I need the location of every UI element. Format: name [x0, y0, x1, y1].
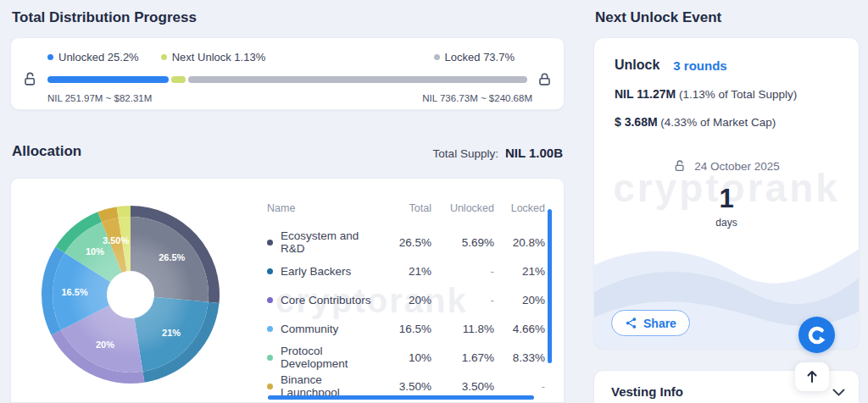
row-unlocked: 3.50%	[431, 380, 494, 393]
row-unlocked: 5.69%	[431, 236, 494, 249]
share-button[interactable]: Share	[611, 310, 690, 336]
arrow-up-icon	[806, 370, 818, 384]
nil-note: (1.13% of Total Supply)	[679, 88, 797, 101]
cryptorank-logo-icon	[807, 325, 827, 345]
legend-locked-label: Locked 73.7%	[445, 51, 515, 63]
progress-legend: Unlocked 25.2% Next Unlock 1.13% Locked …	[11, 38, 564, 63]
locked-dot-icon	[434, 54, 440, 60]
row-locked: 8.33%	[494, 351, 545, 364]
nil-amount: NIL 11.27M	[615, 87, 676, 101]
unlock-label: Unlock	[615, 58, 659, 73]
next-unlock-card: cryptorank Unlock 3 rounds NIL 11.27M (1…	[593, 37, 860, 349]
unlocked-dot-icon	[47, 54, 53, 60]
svg-text:16.5%: 16.5%	[61, 287, 87, 297]
row-name: Core Contributors	[281, 294, 371, 306]
share-nodes-icon	[625, 317, 637, 329]
allocation-table: Name Total Unlocked Locked Ecosystem and…	[267, 202, 545, 400]
row-name: Early Backers	[281, 265, 351, 278]
row-total: 20%	[379, 294, 431, 306]
progress-segment-locked	[188, 76, 527, 83]
row-name: Ecosystem and R&D	[281, 229, 379, 255]
category-dot-icon	[267, 355, 273, 361]
lock-closed-icon	[537, 71, 553, 87]
share-label: Share	[643, 317, 676, 330]
usd-amount: $ 3.68M	[615, 115, 658, 129]
allocation-donut-chart: 26.5%21%20%16.5%10%3.50%	[37, 202, 224, 388]
col-locked: Locked	[494, 202, 545, 214]
countdown-value: 1	[594, 184, 859, 214]
svg-text:3.50%: 3.50%	[103, 235, 129, 246]
countdown-unit: days	[594, 217, 859, 229]
row-locked: -	[494, 380, 545, 393]
row-unlocked: -	[431, 265, 494, 278]
row-total: 16.5%	[379, 323, 431, 335]
col-unlocked: Unlocked	[431, 202, 494, 214]
row-locked: 20%	[494, 294, 545, 306]
vesting-info-title: Vesting Info	[611, 384, 683, 399]
category-dot-icon	[267, 326, 273, 332]
table-row: Protocol Development 10% 1.67% 8.33%	[267, 343, 545, 372]
category-dot-icon	[267, 384, 273, 389]
scroll-to-top-button[interactable]	[795, 362, 829, 391]
usd-amount-row: $ 3.68M (4.33% of Market Cap)	[594, 101, 859, 129]
legend-unlocked-label: Unlocked 25.2%	[58, 51, 139, 63]
progress-segment-next-unlock	[171, 76, 186, 83]
row-total: 21%	[379, 265, 431, 278]
lock-open-icon	[673, 159, 687, 173]
chevron-down-icon[interactable]	[832, 389, 845, 396]
svg-text:10%: 10%	[86, 246, 104, 257]
table-row: Community 16.5% 11.8% 4.66%	[267, 314, 545, 343]
row-unlocked: -	[431, 294, 494, 306]
table-row: Early Backers 21% - 21%	[267, 257, 545, 285]
progress-bar-row	[11, 71, 564, 87]
table-vertical-scrollbar[interactable]	[548, 209, 552, 363]
allocation-header: Allocation Total Supply:NIL 1.00B	[12, 143, 563, 160]
legend-unlocked: Unlocked 25.2%	[47, 51, 139, 63]
svg-text:20%: 20%	[96, 340, 114, 350]
legend-locked: Locked 73.7%	[434, 51, 515, 63]
total-supply-value: NIL 1.00B	[505, 146, 563, 160]
row-total: 10%	[379, 351, 431, 364]
row-locked: 20.8%	[494, 236, 545, 249]
svg-text:21%: 21%	[162, 328, 181, 338]
right-column: Next Unlock Event cryptorank Unlock 3 ro…	[593, 0, 860, 403]
allocation-title: Allocation	[12, 143, 81, 160]
table-header-row: Name Total Unlocked Locked	[267, 202, 545, 228]
col-name: Name	[267, 202, 379, 214]
token-unlock-page: Total Distribution Progress Unlocked 25.…	[0, 0, 868, 403]
table-row: Ecosystem and R&D 26.5% 5.69% 20.8%	[267, 228, 545, 257]
usd-note: (4.33% of Market Cap)	[660, 116, 776, 129]
category-dot-icon	[267, 268, 273, 274]
total-supply: Total Supply:NIL 1.00B	[433, 146, 563, 160]
total-supply-label: Total Supply:	[433, 147, 498, 160]
distribution-title: Total Distribution Progress	[12, 9, 197, 26]
next-unlock-dot-icon	[161, 54, 167, 60]
unlock-rounds-row: Unlock 3 rounds	[594, 38, 859, 73]
next-unlock-title: Next Unlock Event	[595, 9, 721, 26]
lock-open-icon	[22, 71, 38, 87]
svg-text:26.5%: 26.5%	[159, 252, 185, 262]
progress-segment-unlocked	[47, 76, 169, 83]
row-unlocked: 1.67%	[431, 351, 494, 364]
nil-amount-row: NIL 11.27M (1.13% of Total Supply)	[594, 73, 859, 101]
legend-next-unlock: Next Unlock 1.13%	[161, 51, 266, 63]
rounds-link[interactable]: 3 rounds	[673, 58, 726, 73]
distribution-progress-bar	[47, 76, 527, 83]
left-column: Total Distribution Progress Unlocked 25.…	[10, 0, 565, 403]
category-dot-icon	[267, 297, 273, 303]
table-horizontal-scrollbar[interactable]	[268, 395, 534, 400]
cryptorank-logo-button[interactable]	[798, 317, 835, 353]
unlock-date: 24 October 2025	[694, 160, 780, 173]
row-name: Community	[281, 323, 338, 335]
row-locked: 4.66%	[494, 323, 545, 335]
row-locked: 21%	[494, 265, 545, 278]
category-dot-icon	[267, 240, 273, 246]
unlocked-amount: NIL 251.97M ~ $82.31M	[47, 93, 152, 103]
row-name: Protocol Development	[281, 345, 379, 370]
legend-next-unlock-label: Next Unlock 1.13%	[172, 51, 266, 63]
locked-amount: NIL 736.73M ~ $240.68M	[422, 93, 532, 103]
unlock-date-row: 24 October 2025	[594, 159, 859, 173]
row-unlocked: 11.8%	[431, 323, 494, 335]
row-total: 26.5%	[379, 236, 431, 249]
progress-amounts: NIL 251.97M ~ $82.31M NIL 736.73M ~ $240…	[11, 87, 564, 103]
